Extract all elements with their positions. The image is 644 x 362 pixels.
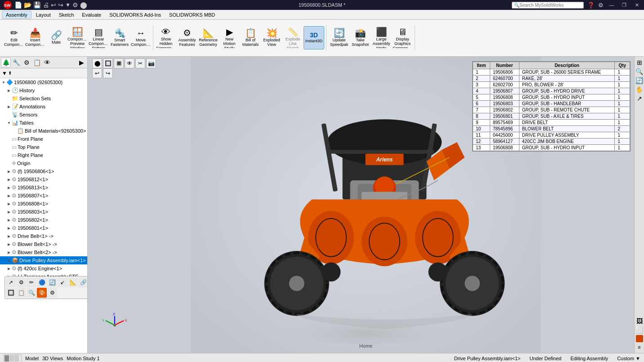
tree-origin[interactable]: ✛ Origin	[0, 159, 87, 167]
quick-access-print[interactable]: 🖨	[43, 1, 49, 9]
dim-expert-tab[interactable]: 📋	[32, 58, 42, 67]
assembly-features-button[interactable]: ⚙ AssemblyFeatures	[177, 26, 197, 49]
menu-layout[interactable]: Layout	[32, 11, 54, 18]
minimize-button[interactable]: —	[607, 1, 616, 9]
flat-view-btn[interactable]	[14, 355, 19, 362]
ri-pan-btn[interactable]: ✋	[635, 85, 644, 94]
tab-model[interactable]: Model	[25, 356, 39, 361]
bom-row[interactable]: 1078545896BLOWER BELT2	[473, 126, 630, 132]
close-button[interactable]: ✕	[632, 1, 641, 9]
tree-drive-belt-1[interactable]: ▶ ⚙ Drive Belt<1> ->	[0, 232, 87, 240]
filter-arrows[interactable]: ⬆	[8, 71, 12, 76]
bom-row[interactable]: 719506802GROUP, SUB - REMOTE CHUTE1	[473, 107, 630, 113]
3d-view-btn[interactable]	[4, 355, 9, 362]
tree-19506808[interactable]: ▶ ⚙ 19506808<1>	[0, 200, 87, 208]
tree-19506806[interactable]: ▶ ⚙ (f) 19506806<1>	[0, 167, 87, 175]
quick-access-open[interactable]: 📂	[24, 1, 31, 9]
property-manager-tab[interactable]: 🔧	[11, 58, 21, 67]
ri-display-btn-3[interactable]: ≡	[635, 343, 644, 351]
vp-orient-btn[interactable]: ⬤	[92, 58, 102, 68]
tree-19506801[interactable]: ▶ ⚙ 19506801<1>	[0, 224, 87, 232]
feature-tree-tab[interactable]: 🌲	[1, 58, 11, 67]
bill-of-materials-button[interactable]: 📋 Bill ofMaterials	[240, 26, 261, 49]
tree-history[interactable]: ▶ 🕐 History	[0, 86, 87, 94]
bom-row[interactable]: 262460700RAKE, 28'1	[473, 76, 630, 82]
bom-row[interactable]: 989575469DRIVE BELT1	[473, 120, 630, 126]
quick-access-arrow[interactable]: ⬤	[80, 1, 87, 9]
menu-assembly[interactable]: Assembly	[2, 11, 31, 19]
panel-right-arrow[interactable]: ▶	[76, 58, 86, 67]
edit-components-button[interactable]: ✏ EditComponents	[4, 26, 24, 49]
mini-btn-14[interactable]: ⚙	[47, 288, 57, 298]
menu-sketch[interactable]: Sketch	[55, 11, 78, 18]
search-box[interactable]: 🔍	[512, 2, 584, 9]
explode-line-button[interactable]: 📏 ExplodeLineSketch	[282, 26, 303, 49]
bom-row[interactable]: 819506801GROUP, SUB - AXLE & TIRES1	[473, 113, 630, 120]
tree-annotations[interactable]: ▶ 📝 Annotations	[0, 103, 87, 111]
tree-root[interactable]: ▼ 🔷 19506800 (92605300)	[0, 78, 87, 86]
tree-blower-belt-2[interactable]: ▶ ⚙ Blower Belt<2> ->	[0, 248, 87, 256]
vp-display-btn[interactable]: 🔳	[114, 58, 124, 68]
menu-solidworks-addins[interactable]: SOLIDWORKS Add-Ins	[106, 11, 165, 18]
mini-btn-6[interactable]: ↙	[58, 277, 67, 287]
tree-drive-pulley-assembly[interactable]: ▶ 📦 Drive Pulley Assembly.iam<1>	[0, 256, 87, 264]
search-input[interactable]	[519, 3, 578, 8]
mini-btn-5[interactable]: 🔄	[47, 277, 57, 287]
vp-hide-btn[interactable]: 👁	[125, 58, 134, 68]
move-component-button[interactable]: ↔ MoveComponent	[130, 26, 151, 49]
mini-btn-7[interactable]: 📐	[68, 277, 78, 287]
tree-right-plane[interactable]: ▭ Right Plane	[0, 151, 87, 159]
tab-motion-study[interactable]: Motion Study 1	[67, 356, 99, 361]
bom-row[interactable]: 1104425000DRIVE PULLEY ASSEMBLY1	[473, 132, 630, 139]
help-icon[interactable]: ❓	[587, 2, 595, 9]
tree-bom[interactable]: 📋 Bill of Materials<92605300>	[0, 127, 87, 135]
mini-btn-10[interactable]: 🔲	[6, 288, 16, 298]
2d-view-btn[interactable]	[9, 355, 14, 362]
mini-btn-color[interactable]: 🎨	[37, 288, 47, 298]
instant3d-button[interactable]: 3D Instant3D	[304, 26, 324, 49]
bom-row[interactable]: 519506808GROUP, SUB - HYDRO INPUT1	[473, 94, 630, 101]
bom-table-container[interactable]: Item Number Description Qty 119506806GRO…	[472, 61, 631, 152]
tree-selection-sets[interactable]: 📁 Selection Sets	[0, 94, 87, 103]
vp-forward-btn[interactable]: ↪	[103, 68, 113, 78]
tree-front-plane[interactable]: ▭ Front Plane	[0, 135, 87, 143]
status-custom[interactable]: Custom ▼	[617, 356, 640, 361]
ri-display-btn-1[interactable]: 🖼	[635, 317, 644, 325]
tree-19506802[interactable]: ▶ ⚙ 19506802<1>	[0, 216, 87, 224]
tab-3dviews[interactable]: 3D Views	[42, 356, 63, 361]
linear-component-button[interactable]: ▤ LinearComponentPattern	[88, 26, 109, 49]
quick-access-new[interactable]: 📄	[14, 1, 22, 9]
tree-420cc-engine[interactable]: ▶ ⚙ (f) 420cc Engine<1>	[0, 264, 87, 273]
mini-btn-3[interactable]: ✏	[27, 277, 36, 287]
viewport[interactable]: ⬤ 🔲 🔳 👁 ✂ 📷 ↩ ↪	[88, 57, 644, 353]
vp-back-btn[interactable]: ↩	[92, 68, 102, 78]
tree-sensors[interactable]: 📡 Sensors	[0, 111, 87, 119]
mini-btn-zoom[interactable]: 🔍	[27, 288, 36, 298]
ri-rotate-btn[interactable]: 🔄	[635, 76, 644, 85]
bom-row[interactable]: 619506803GROUP, SUB - HANDLEBAR1	[473, 101, 630, 107]
vp-view-btn[interactable]: 🔲	[103, 58, 113, 68]
mini-btn-11[interactable]: 📋	[16, 288, 26, 298]
quick-access-customize[interactable]: ⚙	[72, 1, 78, 9]
large-assembly-button[interactable]: ⬛ LargeAssemblyMode	[371, 26, 392, 49]
maximize-button[interactable]: ❐	[620, 1, 629, 9]
tree-19506803[interactable]: ▶ ⚙ 19506803<1>	[0, 208, 87, 216]
exploded-view-button[interactable]: 💥 ExplodedView	[261, 26, 282, 49]
bom-row[interactable]: 362602700PRO, BLOWER - 28'1	[473, 82, 630, 88]
tree-19506807[interactable]: ▶ ⚙ 19506807<1>	[0, 192, 87, 200]
quick-access-menu[interactable]: ▼	[65, 2, 71, 8]
options-icon[interactable]: ⚙	[598, 2, 604, 9]
mini-btn-8[interactable]: 🔗	[78, 277, 88, 287]
bom-row[interactable]: 419506807GROUP, SUB - HYDRO DRIVE1	[473, 88, 630, 94]
ri-color-btn[interactable]	[636, 335, 643, 342]
tree-top-plane[interactable]: ▭ Top Plane	[0, 143, 87, 151]
ri-display-btn-2[interactable]: ⬜	[635, 326, 644, 334]
tree-19506812[interactable]: ▶ ⚙ 19506812<1>	[0, 175, 87, 183]
show-hidden-button[interactable]: 👁 ShowHiddenComponents	[156, 26, 176, 49]
ri-select-btn[interactable]: ↗	[635, 94, 644, 103]
insert-components-button[interactable]: 📥 InsertComponents	[25, 26, 45, 49]
menu-solidworks-mbd[interactable]: SOLIDWORKS MBD	[165, 11, 219, 18]
reference-geometry-button[interactable]: 📐 ReferenceGeometry	[198, 26, 219, 49]
quick-access-redo[interactable]: ↪	[58, 1, 63, 9]
menu-evaluate[interactable]: Evaluate	[78, 11, 105, 18]
